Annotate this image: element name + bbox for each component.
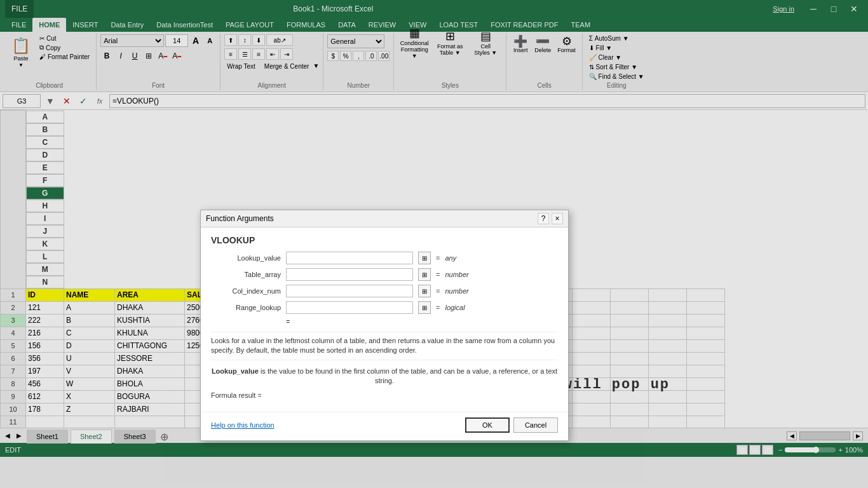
dialog-buttons: OK Cancel [465, 417, 558, 433]
arg-row-range-lookup: Range_lookup ⊞ = logical [211, 301, 558, 314]
result-equals: = [211, 318, 558, 325]
lookup-value-input[interactable] [286, 252, 413, 264]
dialog-overlay: Function Arguments ? × VLOOKUP Lookup_va… [0, 0, 868, 457]
col-index-label: Col_index_num [211, 287, 281, 295]
arg-row-lookup-value: Lookup_value ⊞ = any [211, 252, 558, 264]
arg-row-table-array: Table_array ⊞ = number [211, 268, 558, 281]
dialog-footer: Help on this function OK Cancel [201, 412, 568, 440]
lookup-value-range-btn[interactable]: ⊞ [418, 252, 431, 264]
range-lookup-input[interactable] [286, 301, 413, 314]
function-description: Looks for a value in the leftmost column… [211, 332, 558, 360]
arg-row-col-index: Col_index_num ⊞ = number [211, 285, 558, 297]
dialog-ok-button[interactable]: OK [465, 417, 510, 433]
lookup-desc-bold: Lookup_value [212, 367, 259, 375]
table-array-label: Table_array [211, 271, 281, 278]
dialog-body: VLOOKUP Lookup_value ⊞ = any Table_array… [201, 227, 568, 412]
col-index-range-btn[interactable]: ⊞ [418, 285, 431, 297]
dialog-close-btn[interactable]: × [552, 213, 563, 224]
table-array-range-btn[interactable]: ⊞ [418, 268, 431, 281]
formula-result: Formula result = [211, 391, 558, 399]
col-index-input[interactable] [286, 285, 413, 297]
range-lookup-label: Range_lookup [211, 304, 281, 311]
lookup-value-description: Lookup_value is the value to be found in… [211, 367, 558, 386]
dialog-cancel-button[interactable]: Cancel [513, 417, 558, 433]
dialog-controls: ? × [538, 213, 563, 224]
lookup-value-label: Lookup_value [211, 254, 281, 262]
dialog-title: Function Arguments [206, 214, 274, 223]
table-array-input[interactable] [286, 268, 413, 281]
dialog-titlebar: Function Arguments ? × [201, 210, 568, 227]
range-lookup-range-btn[interactable]: ⊞ [418, 301, 431, 314]
function-name-label: VLOOKUP [211, 235, 558, 245]
function-arguments-dialog: Function Arguments ? × VLOOKUP Lookup_va… [200, 210, 569, 441]
dialog-help-btn[interactable]: ? [538, 213, 549, 224]
help-link[interactable]: Help on this function [211, 421, 275, 429]
